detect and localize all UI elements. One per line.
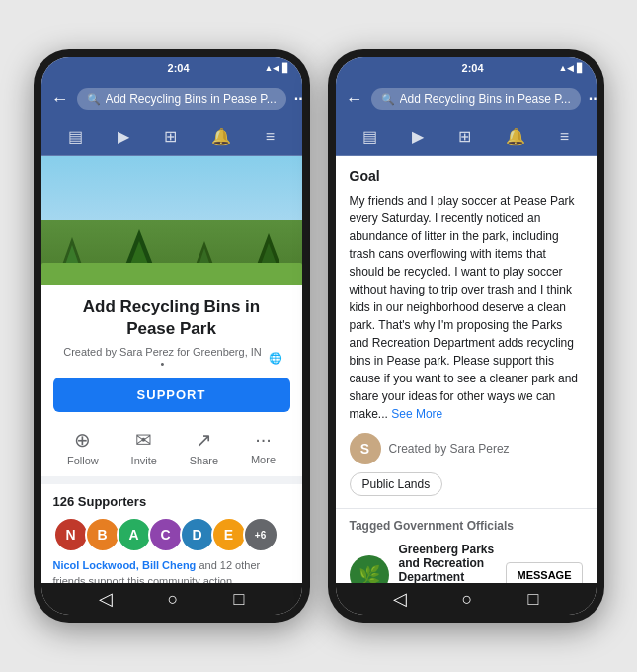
tab-feed-icon-2[interactable]: ▤: [362, 127, 377, 146]
tab-video-icon[interactable]: ▶: [118, 127, 129, 146]
more-button[interactable]: ··· More: [251, 428, 276, 466]
tagged-officials-section: Tagged Government Officials 🌿 Greenberg …: [336, 509, 597, 583]
invite-icon: ✉: [135, 428, 152, 452]
phone-1: 2:04 ▲◀ ▊ ← 🔍 Add Recycling Bins in Peas…: [34, 49, 310, 623]
action-buttons: ⊕ Follow ✉ Invite ↗ Share ··· More: [41, 422, 302, 484]
avatar-plus: +6: [243, 517, 279, 552]
bottom-nav-1: ◁ ○ □: [41, 583, 302, 615]
goal-section: Goal My friends and I play soccer at Pea…: [336, 156, 597, 509]
tagged-officials-title: Tagged Government Officials: [350, 519, 583, 533]
status-time-1: 2:04: [168, 62, 190, 74]
follow-button[interactable]: ⊕ Follow: [67, 428, 99, 466]
supporters-section: 126 Supporters N B A C D E +6 Nicol Lock…: [41, 484, 302, 583]
creator-avatar-initial: S: [360, 441, 369, 457]
agency-row: 🌿 Greenberg Parks and Recreation Departm…: [350, 543, 583, 583]
creator-label: Created by Sara Perez: [389, 442, 510, 456]
more-label: More: [251, 454, 276, 465]
goal-text: My friends and I play soccer at Pease Pa…: [350, 192, 583, 423]
back-button-2[interactable]: ←: [346, 89, 363, 110]
message-button[interactable]: MESSAGE: [506, 562, 582, 583]
tab-bell-icon-2[interactable]: 🔔: [506, 127, 525, 146]
phone-1-inner: 2:04 ▲◀ ▊ ← 🔍 Add Recycling Bins in Peas…: [41, 57, 302, 615]
share-button[interactable]: ↗ Share: [190, 428, 218, 466]
back-button-1[interactable]: ←: [51, 89, 69, 110]
tab-feed-icon[interactable]: ▤: [68, 127, 83, 146]
meta-text: Created by Sara Perez for Greenberg, IN …: [61, 346, 265, 370]
tab-shop-icon-2[interactable]: ⊞: [458, 127, 471, 146]
avatar-3: A: [117, 517, 152, 552]
hero-image: [41, 156, 302, 285]
phone-2-inner: 2:04 ▲◀ ▊ ← 🔍 Add Recycling Bins in Peas…: [336, 57, 597, 615]
search-text-2: Add Recycling Bins in Pease P...: [400, 92, 571, 106]
recent-nav-icon-1[interactable]: □: [234, 589, 245, 610]
tab-icons-2: ▤ ▶ ⊞ 🔔 ≡: [336, 119, 597, 156]
back-nav-icon-2[interactable]: ◁: [393, 588, 407, 610]
agency-icon: 🌿: [350, 555, 389, 583]
share-label: Share: [190, 455, 218, 466]
status-icons-1: ▲◀ ▊: [265, 63, 290, 73]
petition-title: Add Recycling Bins in Pease Park: [41, 285, 302, 344]
phone-2: 2:04 ▲◀ ▊ ← 🔍 Add Recycling Bins in Peas…: [328, 49, 604, 623]
tab-video-icon-2[interactable]: ▶: [412, 127, 424, 146]
support-button[interactable]: SUPPORT: [53, 378, 290, 412]
supporters-avatars: N B A C D E +6: [53, 517, 290, 552]
follow-icon: ⊕: [74, 428, 91, 452]
search-bar-1[interactable]: 🔍 Add Recycling Bins in Pease P...: [77, 88, 286, 110]
back-nav-icon-1[interactable]: ◁: [99, 588, 113, 610]
invite-label: Invite: [131, 455, 157, 466]
tab-bell-icon[interactable]: 🔔: [211, 127, 231, 146]
avatar-6: E: [211, 517, 247, 552]
home-nav-icon-2[interactable]: ○: [462, 589, 473, 610]
status-time-2: 2:04: [462, 62, 484, 74]
agency-info: Greenberg Parks and Recreation Departmen…: [399, 543, 497, 583]
follow-label: Follow: [67, 455, 99, 466]
creator-avatar: S: [350, 433, 381, 464]
phones-container: 2:04 ▲◀ ▊ ← 🔍 Add Recycling Bins in Peas…: [14, 30, 624, 642]
tab-icons-1: ▤ ▶ ⊞ 🔔 ≡: [41, 119, 302, 156]
supporters-text: Nicol Lockwood, Bill Cheng and 12 other …: [53, 558, 290, 583]
creator-row: S Created by Sara Perez: [350, 433, 583, 464]
avatar-5: D: [180, 517, 215, 552]
goal-title: Goal: [350, 168, 583, 184]
search-icon-2: 🔍: [381, 93, 395, 106]
globe-icon: 🌐: [269, 352, 282, 365]
bottom-nav-2: ◁ ○ □: [336, 583, 597, 615]
avatar-2: B: [85, 517, 120, 552]
public-lands-tag[interactable]: Public Lands: [350, 472, 443, 496]
avatar-1: N: [53, 517, 89, 552]
supporters-count: 126 Supporters: [53, 494, 290, 509]
agency-name: Greenberg Parks and Recreation Departmen…: [399, 543, 497, 583]
share-icon: ↗: [196, 428, 212, 452]
battery-icon-2: ▊: [577, 63, 584, 73]
content-area-1: Add Recycling Bins in Pease Park Created…: [41, 285, 302, 583]
status-bar-2: 2:04 ▲◀ ▊: [336, 57, 597, 79]
status-bar-1: 2:04 ▲◀ ▊: [41, 57, 302, 79]
signal-icon-2: ▲◀: [559, 63, 575, 73]
tab-menu-icon-2[interactable]: ≡: [560, 128, 569, 146]
tab-menu-icon[interactable]: ≡: [266, 128, 275, 146]
scroll-content-2: Goal My friends and I play soccer at Pea…: [336, 156, 597, 583]
home-nav-icon-1[interactable]: ○: [168, 589, 179, 610]
nav-more-button-1[interactable]: ···: [294, 90, 302, 108]
petition-meta: Created by Sara Perez for Greenberg, IN …: [41, 344, 302, 378]
avatar-4: C: [148, 517, 184, 552]
search-bar-2[interactable]: 🔍 Add Recycling Bins in Pease P...: [371, 88, 581, 110]
nav-bar-1: ← 🔍 Add Recycling Bins in Pease P... ···: [41, 79, 302, 119]
search-icon-1: 🔍: [87, 93, 101, 106]
recent-nav-icon-2[interactable]: □: [528, 589, 539, 610]
tab-shop-icon[interactable]: ⊞: [164, 127, 177, 146]
signal-icon-1: ▲◀: [265, 63, 280, 73]
search-text-1: Add Recycling Bins in Pease P...: [106, 92, 277, 106]
status-icons-2: ▲◀ ▊: [559, 63, 585, 73]
nav-more-button-2[interactable]: ···: [589, 90, 597, 108]
more-icon: ···: [255, 428, 272, 451]
nav-bar-2: ← 🔍 Add Recycling Bins in Pease P... ···: [336, 79, 597, 119]
invite-button[interactable]: ✉ Invite: [131, 428, 157, 466]
battery-icon-1: ▊: [282, 63, 289, 73]
see-more-link[interactable]: See More: [391, 407, 442, 421]
